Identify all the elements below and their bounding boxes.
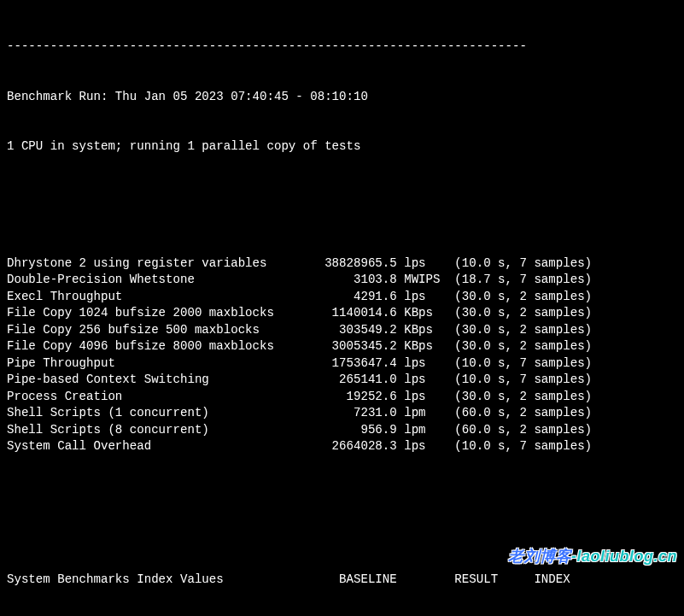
blank-line <box>7 189 677 206</box>
cpu-info-line: 1 CPU in system; running 1 parallel copy… <box>7 138 677 155</box>
result-row: Process Creation 19252.6 lps (30.0 s, 2 … <box>7 389 677 406</box>
result-row: Dhrystone 2 using register variables 388… <box>7 255 677 273</box>
result-row: System Call Overhead 2664028.3 lps (10.0… <box>7 438 677 455</box>
result-row: File Copy 1024 bufsize 2000 maxblocks 11… <box>7 305 677 322</box>
watermark: 老刘博客-laoliublog.cn <box>489 532 677 583</box>
benchmark-run-time: Benchmark Run: Thu Jan 05 2023 07:40:45 … <box>7 89 677 106</box>
result-row: Pipe-based Context Switching 265141.0 lp… <box>7 372 677 389</box>
blank-line <box>7 505 677 522</box>
result-row: Execl Throughput 4291.6 lps (30.0 s, 2 s… <box>7 289 677 306</box>
result-row: Shell Scripts (8 concurrent) 956.9 lpm (… <box>7 422 677 439</box>
result-row: File Copy 4096 bufsize 8000 maxblocks 30… <box>7 338 677 355</box>
divider-line: ----------------------------------------… <box>7 38 677 56</box>
watermark-cn: 老刘博客 <box>508 548 571 565</box>
result-row: File Copy 256 bufsize 500 maxblocks 3035… <box>7 322 677 339</box>
result-row: Shell Scripts (1 concurrent) 7231.0 lpm … <box>7 405 677 422</box>
result-row: Pipe Throughput 1753647.4 lps (10.0 s, 7… <box>7 355 677 373</box>
watermark-domain: -laoliublog.cn <box>571 548 677 565</box>
results-block: Dhrystone 2 using register variables 388… <box>7 255 677 455</box>
terminal-output: ----------------------------------------… <box>0 0 684 616</box>
result-row: Double-Precision Whetstone 3103.8 MWIPS … <box>7 272 677 289</box>
